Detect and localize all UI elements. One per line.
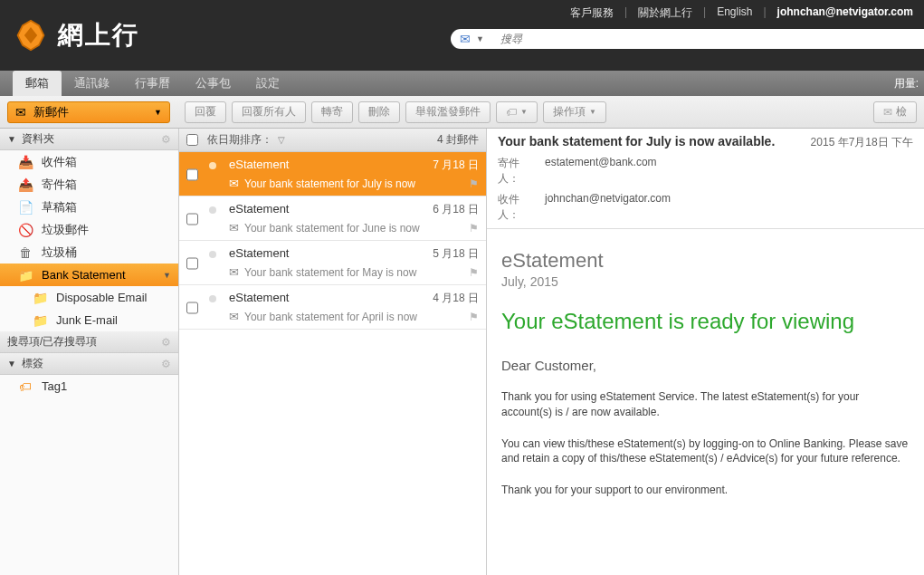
from-value[interactable]: estatement@bank.com bbox=[545, 156, 657, 187]
select-all-checkbox[interactable] bbox=[186, 134, 198, 146]
envelope-icon: ✉ bbox=[229, 221, 239, 235]
tag-button[interactable]: 🏷▼ bbox=[496, 101, 538, 123]
folder-disposable-email[interactable]: 📁Disposable Email bbox=[0, 286, 178, 309]
email-paragraph: Thank you for using eStatement Service. … bbox=[501, 389, 910, 420]
new-mail-icon: ✉ bbox=[15, 105, 26, 120]
folder-junk-email[interactable]: 📁Junk E-mail bbox=[0, 309, 178, 331]
nav-about[interactable]: 關於網上行 bbox=[627, 5, 703, 21]
message-sender: eStatement bbox=[229, 246, 433, 262]
to-label: 收件人： bbox=[498, 192, 538, 223]
mail-icon: ✉ bbox=[883, 106, 892, 119]
message-sender: eStatement bbox=[229, 202, 433, 217]
delete-button[interactable]: 刪除 bbox=[358, 101, 400, 123]
junk-icon: 🚫 bbox=[18, 223, 33, 237]
gear-icon[interactable]: ⚙ bbox=[161, 133, 171, 146]
nav-user-email[interactable]: johnchan@netvigator.com bbox=[767, 5, 924, 21]
message-checkbox[interactable] bbox=[186, 292, 198, 323]
preview-subject: Your bank statement for July is now avai… bbox=[498, 134, 811, 149]
message-date: 7 月18 日 bbox=[433, 158, 479, 173]
message-item[interactable]: eStatement6 月18 日 ✉Your bank statement f… bbox=[179, 196, 486, 241]
folder-bank-statement[interactable]: 📁Bank Statement▼ bbox=[0, 264, 178, 286]
new-mail-button[interactable]: ✉ 新郵件 ▼ bbox=[7, 101, 170, 123]
email-paragraph: Thank you for your support to our enviro… bbox=[501, 483, 910, 498]
sidebar: ▼ 資料夾 ⚙ 📥收件箱 📤寄件箱 📄草稿箱 🚫垃圾郵件 🗑垃圾桶 📁Bank … bbox=[0, 129, 179, 575]
flag-icon[interactable]: ⚑ bbox=[469, 311, 479, 323]
message-subject: Your bank statement for April is now bbox=[244, 311, 417, 323]
searches-header[interactable]: 搜尋項/已存搜尋項 ⚙ bbox=[0, 331, 178, 353]
forward-button[interactable]: 轉寄 bbox=[311, 101, 353, 123]
gear-icon[interactable]: ⚙ bbox=[161, 336, 171, 349]
message-item[interactable]: eStatement7 月18 日 ✉Your bank statement f… bbox=[179, 152, 486, 196]
dropdown-icon[interactable]: ▼ bbox=[154, 108, 162, 117]
tab-contacts[interactable]: 通訊錄 bbox=[62, 71, 122, 96]
message-checkbox[interactable] bbox=[186, 159, 198, 190]
logo-text: 網上行 bbox=[58, 18, 139, 53]
message-date: 5 月18 日 bbox=[433, 246, 479, 262]
message-item[interactable]: eStatement5 月18 日 ✉Your bank statement f… bbox=[179, 241, 486, 285]
from-label: 寄件人： bbox=[498, 156, 538, 187]
message-checkbox[interactable] bbox=[186, 204, 198, 235]
flag-icon[interactable]: ⚑ bbox=[469, 177, 479, 190]
collapse-icon: ▼ bbox=[7, 134, 16, 144]
email-greeting: Dear Customer, bbox=[501, 358, 910, 373]
sort-arrow-icon[interactable]: ▽ bbox=[278, 135, 285, 145]
spam-button[interactable]: 舉報濫發郵件 bbox=[405, 101, 491, 123]
flag-icon[interactable]: ⚑ bbox=[469, 222, 479, 235]
message-date: 6 月18 日 bbox=[433, 202, 479, 217]
toolbar: ✉ 新郵件 ▼ 回覆 回覆所有人 轉寄 刪除 舉報濫發郵件 🏷▼ 操作項▼ ✉檢 bbox=[0, 96, 924, 129]
envelope-icon: ✉ bbox=[229, 310, 239, 323]
preview-header: Your bank statement for July is now avai… bbox=[487, 129, 924, 229]
tag-icon: 🏷 bbox=[506, 106, 517, 119]
usage-label: 用量: bbox=[894, 76, 919, 91]
tab-settings[interactable]: 設定 bbox=[243, 71, 292, 96]
tags-header[interactable]: ▼ 標簽 ⚙ bbox=[0, 353, 178, 375]
tag-icon: 🏷 bbox=[18, 379, 33, 394]
tab-bar: 郵箱 通訊錄 行事曆 公事包 設定 用量: bbox=[0, 71, 924, 96]
actions-button[interactable]: 操作項▼ bbox=[543, 101, 606, 123]
folder-inbox[interactable]: 📥收件箱 bbox=[0, 150, 178, 173]
folder-junk[interactable]: 🚫垃圾郵件 bbox=[0, 218, 178, 241]
dropdown-icon[interactable]: ▼ bbox=[163, 271, 171, 280]
sort-label[interactable]: 依日期排序： bbox=[207, 132, 272, 148]
message-subject: Your bank statement for July is now bbox=[244, 177, 415, 190]
search-scope-dropdown-icon[interactable]: ▼ bbox=[476, 34, 484, 43]
to-value[interactable]: johnchan@netvigator.com bbox=[545, 192, 671, 223]
tag-tag1[interactable]: 🏷Tag1 bbox=[0, 375, 178, 398]
drafts-icon: 📄 bbox=[18, 200, 33, 215]
search-input[interactable] bbox=[500, 33, 924, 45]
tab-mail[interactable]: 郵箱 bbox=[13, 71, 62, 96]
nav-english[interactable]: English bbox=[706, 5, 763, 21]
nav-customer-service[interactable]: 客戶服務 bbox=[559, 5, 624, 21]
main-area: ▼ 資料夾 ⚙ 📥收件箱 📤寄件箱 📄草稿箱 🚫垃圾郵件 🗑垃圾桶 📁Bank … bbox=[0, 129, 924, 575]
message-sender: eStatement bbox=[229, 291, 433, 306]
envelope-icon: ✉ bbox=[229, 177, 239, 190]
trash-icon: 🗑 bbox=[18, 245, 33, 260]
sent-icon: 📤 bbox=[18, 177, 33, 192]
tab-calendar[interactable]: 行事曆 bbox=[122, 71, 183, 96]
folders-header[interactable]: ▼ 資料夾 ⚙ bbox=[0, 129, 178, 150]
folder-icon: 📁 bbox=[33, 313, 47, 328]
folder-trash[interactable]: 🗑垃圾桶 bbox=[0, 241, 178, 264]
reply-all-button[interactable]: 回覆所有人 bbox=[232, 101, 306, 123]
flag-icon[interactable]: ⚑ bbox=[469, 266, 479, 279]
gear-icon[interactable]: ⚙ bbox=[161, 358, 171, 370]
view-button[interactable]: ✉檢 bbox=[873, 101, 917, 123]
reply-button[interactable]: 回覆 bbox=[185, 101, 226, 123]
message-item[interactable]: eStatement4 月18 日 ✉Your bank statement f… bbox=[179, 285, 486, 330]
message-sender: eStatement bbox=[229, 158, 433, 173]
email-subtitle: July, 2015 bbox=[501, 274, 910, 289]
folder-sent[interactable]: 📤寄件箱 bbox=[0, 173, 178, 196]
mail-icon: ✉ bbox=[460, 32, 471, 46]
tab-briefcase[interactable]: 公事包 bbox=[183, 71, 243, 96]
preview-body: eStatement July, 2015 Your eStatement is… bbox=[487, 229, 924, 518]
inbox-icon: 📥 bbox=[18, 155, 33, 169]
preview-pane: Your bank statement for July is now avai… bbox=[487, 129, 924, 575]
logo-icon bbox=[14, 19, 47, 52]
logo[interactable]: 網上行 bbox=[14, 18, 139, 53]
folder-drafts[interactable]: 📄草稿箱 bbox=[0, 196, 178, 218]
folder-icon: 📁 bbox=[33, 291, 47, 305]
message-list-header: 依日期排序： ▽ 4 封郵件 bbox=[179, 129, 486, 152]
message-checkbox[interactable] bbox=[186, 248, 198, 279]
message-count: 4 封郵件 bbox=[437, 132, 479, 148]
search-bar[interactable]: ✉ ▼ bbox=[451, 29, 924, 49]
